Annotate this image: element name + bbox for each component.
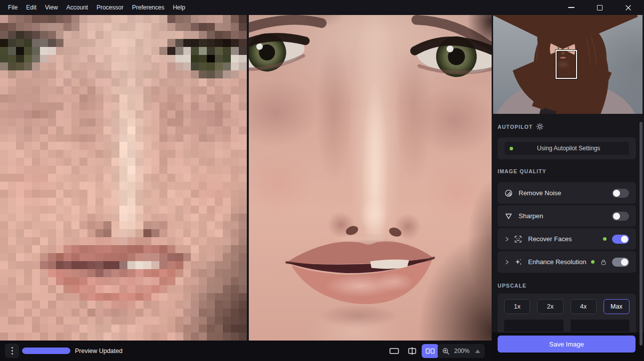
navigator-thumbnail[interactable] bbox=[493, 15, 643, 114]
maximize-icon bbox=[597, 5, 603, 10]
close-icon bbox=[625, 4, 632, 11]
sharpen-label: Sharpen bbox=[519, 212, 612, 220]
app-window: File Edit View Account Processor Prefere… bbox=[0, 0, 644, 361]
before-image-pane[interactable] bbox=[0, 15, 247, 341]
autopilot-card: Using Autopilot Settings bbox=[498, 137, 636, 159]
recover-faces-row[interactable]: Recover Faces bbox=[498, 228, 636, 250]
enhance-resolution-row[interactable]: Enhance Resolution bbox=[498, 251, 636, 273]
sharpen-row[interactable]: Sharpen bbox=[498, 205, 636, 227]
upscale-dimension-inputs bbox=[504, 320, 630, 332]
height-field[interactable] bbox=[571, 320, 630, 332]
before-image-pixelated[interactable] bbox=[0, 15, 247, 341]
gear-icon[interactable] bbox=[536, 123, 544, 130]
autopilot-status-button[interactable]: Using Autopilot Settings bbox=[505, 142, 629, 155]
menu-item-edit[interactable]: Edit bbox=[26, 4, 36, 11]
view-mode-group bbox=[386, 344, 439, 358]
width-field[interactable] bbox=[504, 320, 564, 332]
view-mode-split[interactable] bbox=[404, 344, 421, 358]
noise-reduction-icon bbox=[504, 189, 513, 198]
toggle-knob bbox=[613, 213, 620, 220]
image-quality-heading: IMAGE QUALITY bbox=[498, 168, 547, 174]
single-view-icon bbox=[389, 348, 399, 355]
menu-bar: File Edit View Account Processor Prefere… bbox=[0, 0, 644, 15]
remove-noise-toggle[interactable] bbox=[612, 189, 629, 198]
status-message: Preview Updated bbox=[75, 341, 122, 361]
menu-item-file[interactable]: File bbox=[8, 4, 17, 11]
navigator-view-box[interactable] bbox=[556, 50, 577, 79]
toggle-knob bbox=[621, 259, 628, 266]
image-quality-header: IMAGE QUALITY bbox=[498, 168, 636, 174]
enhance-resolution-toggle[interactable] bbox=[612, 258, 629, 267]
recover-faces-active-dot bbox=[603, 237, 607, 241]
sparkles-icon bbox=[514, 258, 523, 267]
chevron-right-icon[interactable] bbox=[504, 236, 510, 242]
right-sidebar: AUTOPILOT Using Autopilot Settings bbox=[492, 15, 644, 361]
kebab-dots-icon bbox=[11, 347, 13, 349]
zoom-in-icon[interactable] bbox=[442, 348, 450, 355]
progress-bar bbox=[22, 348, 70, 354]
save-image-button[interactable]: Save Image bbox=[498, 336, 636, 353]
minimize-icon bbox=[568, 7, 575, 8]
window-controls bbox=[567, 3, 635, 11]
enhance-resolution-active-dot bbox=[591, 260, 595, 264]
sharpen-toggle[interactable] bbox=[612, 212, 629, 221]
zoom-level-value[interactable]: 200% bbox=[454, 348, 470, 355]
maximize-button[interactable] bbox=[596, 3, 604, 11]
sharpen-icon bbox=[504, 212, 513, 221]
lock-icon bbox=[600, 259, 607, 266]
split-view-icon bbox=[408, 347, 417, 356]
upscale-header: UPSCALE bbox=[498, 283, 636, 289]
toggle-knob bbox=[621, 236, 628, 243]
menu-item-help[interactable]: Help bbox=[173, 4, 185, 11]
comparison-view bbox=[0, 15, 492, 341]
scale-options: 1x 2x 4x Max bbox=[504, 299, 630, 314]
upscale-heading: UPSCALE bbox=[498, 283, 527, 289]
enhance-resolution-label: Enhance Resolution bbox=[528, 258, 591, 266]
remove-noise-row[interactable]: Remove Noise bbox=[498, 182, 636, 204]
side-by-side-view-icon bbox=[425, 348, 435, 355]
remove-noise-label: Remove Noise bbox=[519, 189, 612, 197]
zoom-stepper-up-icon[interactable] bbox=[475, 350, 480, 353]
autopilot-status-label: Using Autopilot Settings bbox=[513, 145, 624, 152]
autopilot-active-dot bbox=[510, 147, 513, 150]
view-mode-single[interactable] bbox=[386, 344, 403, 358]
recover-faces-toggle[interactable] bbox=[612, 235, 629, 244]
autopilot-header: AUTOPILOT bbox=[498, 123, 636, 130]
scale-option-1x[interactable]: 1x bbox=[504, 299, 530, 314]
toggle-knob bbox=[613, 190, 620, 197]
progress-fill bbox=[22, 348, 70, 354]
chevron-right-icon[interactable] bbox=[504, 259, 510, 265]
status-bar: Preview Updated 200% bbox=[0, 341, 492, 361]
recover-faces-label: Recover Faces bbox=[528, 235, 603, 243]
view-mode-side-by-side[interactable] bbox=[422, 344, 439, 358]
menu-item-view[interactable]: View bbox=[45, 4, 58, 11]
menu-item-account[interactable]: Account bbox=[66, 4, 88, 11]
after-image-pane[interactable] bbox=[249, 15, 492, 341]
minimize-button[interactable] bbox=[567, 3, 575, 11]
settings-panel: AUTOPILOT Using Autopilot Settings bbox=[492, 114, 644, 361]
menu-item-preferences[interactable]: Preferences bbox=[132, 4, 164, 11]
menu-item-processor[interactable]: Processor bbox=[96, 4, 123, 11]
face-recovery-icon bbox=[514, 235, 523, 244]
status-menu-button[interactable] bbox=[5, 344, 19, 358]
panel-scrollbar[interactable] bbox=[640, 122, 643, 346]
scale-option-4x[interactable]: 4x bbox=[571, 299, 597, 314]
close-button[interactable] bbox=[624, 3, 632, 11]
menu-items: File Edit View Account Processor Prefere… bbox=[8, 4, 185, 11]
sidebar-footer: Save Image bbox=[492, 333, 644, 361]
after-image-enhanced[interactable] bbox=[249, 15, 492, 341]
autopilot-heading: AUTOPILOT bbox=[498, 124, 533, 130]
zoom-control: 200% bbox=[438, 344, 485, 358]
scale-option-2x[interactable]: 2x bbox=[537, 299, 563, 314]
scale-option-max[interactable]: Max bbox=[604, 299, 630, 314]
